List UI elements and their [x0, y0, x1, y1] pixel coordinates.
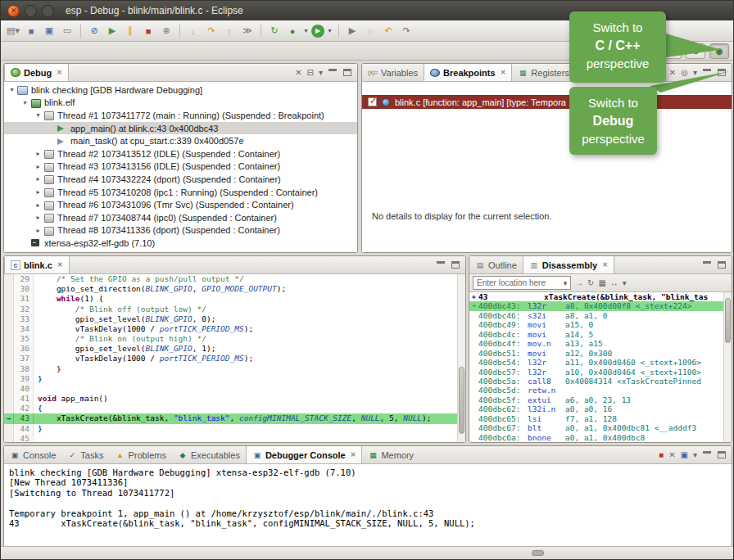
horizontal-scrollbar-thumb[interactable] [532, 550, 544, 556]
suspend-icon[interactable]: ∥ [122, 23, 138, 39]
disassembly-row[interactable]: 400dbc49: movi a15, 0 [469, 320, 732, 329]
expand-arrow-icon[interactable]: ▸ [34, 201, 43, 209]
expand-arrow-icon[interactable]: ▸ [34, 150, 43, 157]
location-combo[interactable]: Enter location here [473, 276, 571, 290]
expand-arrow-icon[interactable]: ▸ [34, 188, 43, 196]
tab-registers[interactable]: ▦ Registers [512, 64, 574, 81]
debug-tree-item[interactable]: ▾ Thread #1 1073411772 (main : Running) … [4, 109, 357, 122]
disassembly-row[interactable]: 400dbc67: blt a0, a1, 0x400dbc81 <__addd… [469, 423, 732, 432]
maximize-view-icon[interactable] [451, 260, 460, 269]
editor-line[interactable]: 41 void app_main() [4, 394, 465, 404]
minimize-view-icon[interactable] [436, 260, 446, 269]
debug-tree-item[interactable]: xtensa-esp32-elf-gdb (7.10) [4, 237, 357, 250]
debug-tree-item[interactable]: ▾ blink checking [GDB Hardware Debugging… [4, 84, 357, 97]
step-into-icon[interactable]: ↓ [185, 23, 202, 39]
disconnect-icon[interactable]: ⊗ [158, 23, 174, 39]
disassembly-row[interactable]: 400dbc51: movi a12, 0x300 [469, 349, 732, 358]
link-with-editor-icon[interactable]: ↔ [610, 278, 618, 287]
tab-tasks[interactable]: ✓ Tasks [61, 446, 109, 463]
minimize-view-icon[interactable] [702, 450, 712, 459]
debugger-console-output[interactable]: blink checking [GDB Hardware Debugging] … [4, 464, 732, 547]
view-menu-icon[interactable]: ▾ [693, 68, 697, 77]
last-edit-location-icon[interactable]: ↶ [380, 23, 396, 39]
window-close-button[interactable] [7, 5, 20, 17]
close-tab-icon[interactable] [351, 451, 356, 458]
open-console-icon[interactable]: ▾ [693, 450, 697, 459]
tab-disassembly[interactable]: ▥ Disassembly [523, 256, 614, 273]
run-launch-icon[interactable]: ▶ [311, 25, 324, 38]
debug-tree-item[interactable]: ▸ Thread #7 1073408744 (ipc0) (Suspended… [4, 211, 357, 224]
editor-line[interactable]: 44 } [4, 424, 465, 434]
view-menu-icon[interactable]: ▾ [319, 68, 323, 77]
disassembly-row[interactable]: 400dbc57: l32r a10, 0x400d0464 <_stext+1… [469, 368, 732, 377]
tab-executables[interactable]: ◆ Executables [172, 446, 246, 463]
breakpoint-checkbox[interactable] [368, 97, 377, 106]
code-editor[interactable]: 29 /* Set the GPIO as a push/pull output… [4, 274, 465, 442]
expand-arrow-icon[interactable]: ▸ [34, 214, 43, 221]
editor-line[interactable]: 30 gpio_set_direction(BLINK_GPIO, GPIO_M… [4, 284, 465, 294]
disassembly-row[interactable]: 400dbc5f: extui a6, a0, 23, 13 [469, 395, 732, 404]
remove-all-terminated-launches-icon[interactable]: ✕ [668, 450, 675, 459]
tab-breakpoints[interactable]: Breakpoints [424, 64, 512, 81]
tab-outline[interactable]: ▤ Outline [469, 256, 523, 273]
terminate-icon[interactable]: ■ [140, 23, 156, 39]
debug-launch-icon[interactable]: ● [284, 23, 301, 39]
tab-debug[interactable]: Debug [4, 64, 69, 81]
editor-line[interactable]: 40 [4, 384, 465, 394]
minimize-view-icon[interactable] [702, 260, 712, 269]
close-tab-icon[interactable] [57, 261, 63, 269]
show-opcodes-icon[interactable]: ▦ [598, 278, 605, 287]
maximize-view-icon[interactable] [717, 260, 727, 269]
scrollbar-thumb[interactable] [459, 367, 464, 434]
maximize-view-icon[interactable] [342, 68, 352, 77]
tab-problems[interactable]: ▲ Problems [109, 446, 171, 463]
debug-perspective-button[interactable]: ◉ [709, 43, 729, 59]
editor-line[interactable]: 42 { [4, 404, 465, 413]
debug-tree-item[interactable]: ▸ Thread #3 1073413156 (IDLE) (Suspended… [4, 160, 357, 174]
show-breakpoints-for-icon[interactable]: ◎ [681, 68, 688, 77]
disassembly-scrollbar[interactable] [723, 292, 732, 442]
editor-line[interactable]: 32 /* Blink off (output low) */ [4, 305, 465, 314]
disassembly-row[interactable]: 400dbc4c: movi a14, 5 [469, 330, 732, 339]
refresh-view-icon[interactable]: ↻ [587, 278, 594, 287]
display-selected-console-icon[interactable]: ▣ [681, 450, 688, 459]
window-minimize-button[interactable] [25, 5, 37, 17]
disassembly-row[interactable]: 400dbc6a: bnone a0, a1, 0x400dbc8 [469, 433, 732, 442]
disassembly-row[interactable]: 400dbc54: l32r a11, 0x400d0460 <_stext+1… [469, 358, 732, 367]
editor-line[interactable]: 35 /* Blink on (output high) */ [4, 334, 465, 344]
disassembly-row[interactable]: ◆ 43 xTaskCreate(&blink_task, "blink_tas [469, 292, 732, 301]
disassembly-row[interactable]: 400dbc62: l32i.n a0, a0, 16 [469, 404, 732, 413]
editor-line[interactable]: 36 gpio_set_level(BLINK_GPIO, 1); [4, 344, 465, 354]
close-tab-icon[interactable] [57, 69, 62, 76]
step-return-icon[interactable]: ↑ [221, 23, 238, 39]
expand-arrow-icon[interactable]: ▸ [34, 163, 43, 170]
tab-memory[interactable]: ▦ Memory [362, 446, 419, 463]
new-wizard-icon[interactable]: ▤▾ [5, 23, 21, 39]
step-over-icon[interactable]: ↷ [203, 23, 220, 39]
search-icon[interactable]: ◌ [362, 23, 378, 39]
tab-blink-c[interactable]: c blink.c [4, 256, 70, 273]
expand-arrow-icon[interactable]: ▾ [34, 111, 43, 119]
maximize-view-icon[interactable] [717, 450, 727, 459]
disassembly-row[interactable]: 400dbc4f: mov.n a13, a15 [469, 339, 732, 348]
disassembly-row[interactable]: 400dbc46: s32i a8, a1, 0 [469, 311, 732, 320]
combo-dropdown-icon[interactable] [560, 278, 570, 287]
window-maximize-button[interactable] [42, 5, 54, 17]
external-tools-icon[interactable]: ▶ [344, 23, 360, 39]
editor-line[interactable]: 39 } [4, 374, 465, 384]
resume-icon[interactable]: ▶ [104, 23, 120, 39]
scrollbar-thumb[interactable] [725, 298, 731, 343]
navigate-address-icon[interactable]: → [575, 278, 583, 287]
save-all-icon[interactable]: ▣ [41, 23, 57, 39]
restart-icon[interactable]: ↻ [266, 23, 283, 39]
debug-tree-item[interactable]: main_task() at cpu_start.c:339 0x400d057… [4, 134, 357, 147]
terminate-icon[interactable]: ■ [659, 450, 664, 459]
debug-tree-item[interactable]: ▸ Thread #4 1073432224 (dport) (Suspende… [4, 173, 357, 186]
debug-dropdown-icon[interactable]: ▾ [302, 23, 310, 39]
editor-line[interactable]: → 43 xTaskCreate(&blink_task, "blink_tas… [4, 413, 465, 423]
debug-tree-item[interactable]: ▸ Thread #2 1073413512 (IDLE) (Suspended… [4, 147, 357, 160]
editor-line[interactable]: 37 vTaskDelay(1000 / portTICK_PERIOD_MS)… [4, 354, 465, 364]
minimize-view-icon[interactable] [328, 68, 338, 77]
editor-scrollbar[interactable] [457, 274, 465, 442]
debug-tree-item[interactable]: ▸ Thread #5 1073410208 (ipc1 : Running) … [4, 186, 357, 199]
